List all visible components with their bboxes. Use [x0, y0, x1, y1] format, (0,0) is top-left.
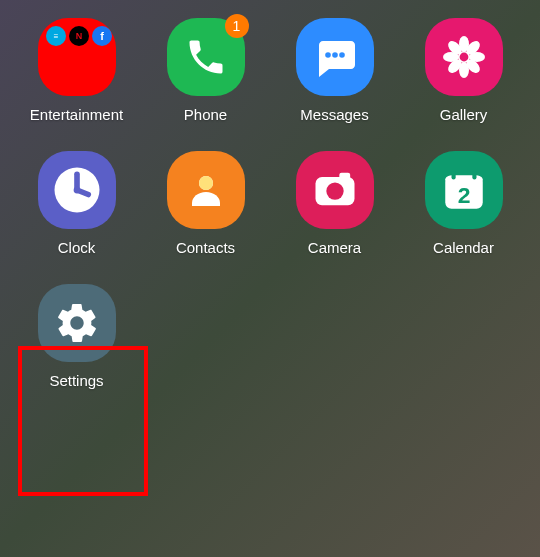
svg-rect-26: [472, 171, 476, 179]
app-clock[interactable]: Clock: [22, 151, 131, 256]
folder-contents: ≡ N f: [46, 26, 112, 46]
app-messages[interactable]: Messages: [280, 18, 389, 123]
app-contacts[interactable]: Contacts: [151, 151, 260, 256]
app-label: Gallery: [440, 106, 488, 123]
prime-icon: ≡: [46, 26, 66, 46]
svg-point-19: [199, 176, 213, 190]
app-gallery[interactable]: Gallery: [409, 18, 518, 123]
app-label: Messages: [300, 106, 368, 123]
app-calendar[interactable]: 2 Calendar: [409, 151, 518, 256]
svg-point-21: [326, 182, 343, 199]
app-phone[interactable]: 1 Phone: [151, 18, 260, 123]
app-label: Phone: [184, 106, 227, 123]
app-label: Clock: [58, 239, 96, 256]
calendar-icon: 2: [425, 151, 503, 229]
app-label: Contacts: [176, 239, 235, 256]
svg-point-15: [459, 53, 468, 62]
app-entertainment[interactable]: ≡ N f Entertainment: [22, 18, 131, 123]
app-label: Entertainment: [30, 106, 123, 123]
svg-rect-25: [451, 171, 455, 179]
app-label: Camera: [308, 239, 361, 256]
svg-rect-22: [339, 173, 350, 180]
phone-icon: 1: [167, 18, 245, 96]
svg-text:N: N: [75, 31, 82, 41]
app-label: Calendar: [433, 239, 494, 256]
app-settings[interactable]: Settings: [22, 284, 131, 389]
netflix-icon: N: [69, 26, 89, 46]
contacts-icon: [167, 151, 245, 229]
svg-text:f: f: [100, 30, 104, 42]
svg-text:≡: ≡: [53, 32, 58, 41]
svg-point-4: [332, 52, 338, 58]
app-grid: ≡ N f Entertainment 1 Phone Messages: [0, 0, 540, 407]
svg-point-5: [339, 52, 345, 58]
notification-badge: 1: [225, 14, 249, 38]
svg-point-3: [325, 52, 331, 58]
gear-icon: [38, 284, 116, 362]
camera-icon: [296, 151, 374, 229]
messages-icon: [296, 18, 374, 96]
calendar-day-number: 2: [457, 182, 470, 208]
facebook-icon: f: [92, 26, 112, 46]
clock-icon: [38, 151, 116, 229]
app-label: Settings: [49, 372, 103, 389]
folder-icon: ≡ N f: [38, 18, 116, 96]
app-camera[interactable]: Camera: [280, 151, 389, 256]
svg-point-17: [73, 187, 80, 194]
gallery-icon: [425, 18, 503, 96]
